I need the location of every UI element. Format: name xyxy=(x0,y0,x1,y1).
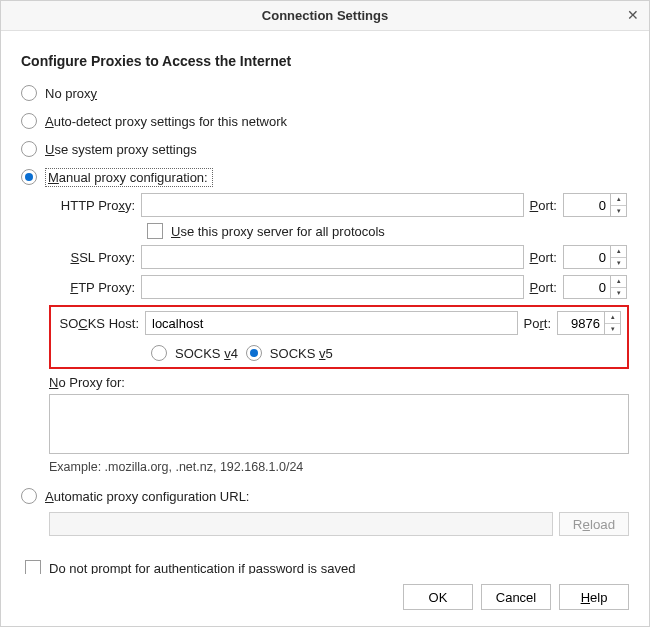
http-proxy-label: HTTP Proxy: xyxy=(49,198,141,213)
radio-icon[interactable] xyxy=(246,345,262,361)
chevron-up-icon[interactable]: ▴ xyxy=(611,246,626,258)
socks-host-label: SOCKS Host: xyxy=(53,316,145,331)
socks-v4-label: SOCKS v4 xyxy=(175,346,238,361)
socks-highlight-box: SOCKS Host: Port: ▴▾ SOCKS v4 S xyxy=(49,305,629,369)
ssl-port-label: Port: xyxy=(524,250,563,265)
manual-config-block: HTTP Proxy: Port: ▴▾ Use this proxy serv… xyxy=(21,193,629,474)
chevron-down-icon[interactable]: ▾ xyxy=(605,324,620,335)
radio-use-system[interactable]: Use system proxy settings xyxy=(21,137,629,161)
radio-label-auto-detect: Auto-detect proxy settings for this netw… xyxy=(45,114,287,129)
no-prompt-checkbox[interactable] xyxy=(25,560,41,574)
radio-label-no-proxy: No proxy xyxy=(45,86,97,101)
radio-no-proxy[interactable]: No proxy xyxy=(21,81,629,105)
bottom-checks: Do not prompt for authentication if pass… xyxy=(21,560,629,574)
radio-icon[interactable] xyxy=(151,345,167,361)
help-button[interactable]: Help xyxy=(559,584,629,610)
http-port-input[interactable] xyxy=(563,193,611,217)
dialog-buttons: OK Cancel Help xyxy=(1,574,649,626)
no-prompt-auth-row[interactable]: Do not prompt for authentication if pass… xyxy=(25,560,629,574)
section-heading: Configure Proxies to Access the Internet xyxy=(21,53,629,69)
http-port-spinner[interactable]: ▴▾ xyxy=(611,193,627,217)
ssl-proxy-label: SSL Proxy: xyxy=(49,250,141,265)
radio-manual[interactable]: Manual proxy configuration: xyxy=(21,165,629,189)
http-proxy-row: HTTP Proxy: Port: ▴▾ xyxy=(49,193,629,217)
socks-host-row: SOCKS Host: Port: ▴▾ xyxy=(53,311,623,335)
ftp-proxy-input[interactable] xyxy=(141,275,524,299)
socks-port-spinner[interactable]: ▴▾ xyxy=(605,311,621,335)
chevron-up-icon[interactable]: ▴ xyxy=(605,312,620,324)
no-proxy-example: Example: .mozilla.org, .net.nz, 192.168.… xyxy=(49,460,629,474)
radio-icon[interactable] xyxy=(21,488,37,504)
connection-settings-window: Connection Settings ✕ Configure Proxies … xyxy=(0,0,650,627)
radio-auto-detect[interactable]: Auto-detect proxy settings for this netw… xyxy=(21,109,629,133)
no-prompt-label: Do not prompt for authentication if pass… xyxy=(49,561,355,575)
chevron-down-icon[interactable]: ▾ xyxy=(611,258,626,269)
radio-icon[interactable] xyxy=(21,141,37,157)
radio-icon[interactable] xyxy=(21,113,37,129)
socks-v5-label: SOCKS v5 xyxy=(270,346,333,361)
ssl-port-input[interactable] xyxy=(563,245,611,269)
radio-icon[interactable] xyxy=(21,85,37,101)
chevron-up-icon[interactable]: ▴ xyxy=(611,194,626,206)
http-port-label: Port: xyxy=(524,198,563,213)
ssl-proxy-row: SSL Proxy: Port: ▴▾ xyxy=(49,245,629,269)
radio-socks-v4[interactable]: SOCKS v4 xyxy=(151,341,238,365)
socks-port-label: Port: xyxy=(518,316,557,331)
pac-url-input xyxy=(49,512,553,536)
ssl-proxy-input[interactable] xyxy=(141,245,524,269)
reload-button: Reload xyxy=(559,512,629,536)
chevron-down-icon[interactable]: ▾ xyxy=(611,288,626,299)
chevron-down-icon[interactable]: ▾ xyxy=(611,206,626,217)
no-proxy-textarea[interactable] xyxy=(49,394,629,454)
radio-label-auto-url: Automatic proxy configuration URL: xyxy=(45,489,249,504)
radio-label-manual: Manual proxy configuration: xyxy=(45,168,213,187)
socks-version-row: SOCKS v4 SOCKS v5 xyxy=(53,341,623,365)
ftp-port-label: Port: xyxy=(524,280,563,295)
titlebar: Connection Settings ✕ xyxy=(1,1,649,31)
ftp-proxy-label: FTP Proxy: xyxy=(49,280,141,295)
chevron-up-icon[interactable]: ▴ xyxy=(611,276,626,288)
ftp-port-input[interactable] xyxy=(563,275,611,299)
socks-host-input[interactable] xyxy=(145,311,518,335)
ssl-port-spinner[interactable]: ▴▾ xyxy=(611,245,627,269)
cancel-button[interactable]: Cancel xyxy=(481,584,551,610)
ok-button[interactable]: OK xyxy=(403,584,473,610)
pac-row: Reload xyxy=(21,512,629,536)
no-proxy-for-label: No Proxy for: xyxy=(49,375,629,390)
radio-label-use-system: Use system proxy settings xyxy=(45,142,197,157)
radio-icon[interactable] xyxy=(21,169,37,185)
use-all-checkbox[interactable] xyxy=(147,223,163,239)
ftp-proxy-row: FTP Proxy: Port: ▴▾ xyxy=(49,275,629,299)
http-proxy-input[interactable] xyxy=(141,193,524,217)
socks-port-input[interactable] xyxy=(557,311,605,335)
titlebar-title: Connection Settings xyxy=(262,8,388,23)
radio-socks-v5[interactable]: SOCKS v5 xyxy=(246,341,333,365)
ftp-port-spinner[interactable]: ▴▾ xyxy=(611,275,627,299)
content-area: Configure Proxies to Access the Internet… xyxy=(1,31,649,574)
radio-auto-url[interactable]: Automatic proxy configuration URL: xyxy=(21,484,629,508)
use-all-protocols-row[interactable]: Use this proxy server for all protocols xyxy=(49,223,629,239)
close-icon[interactable]: ✕ xyxy=(625,7,641,23)
use-all-label: Use this proxy server for all protocols xyxy=(171,224,385,239)
